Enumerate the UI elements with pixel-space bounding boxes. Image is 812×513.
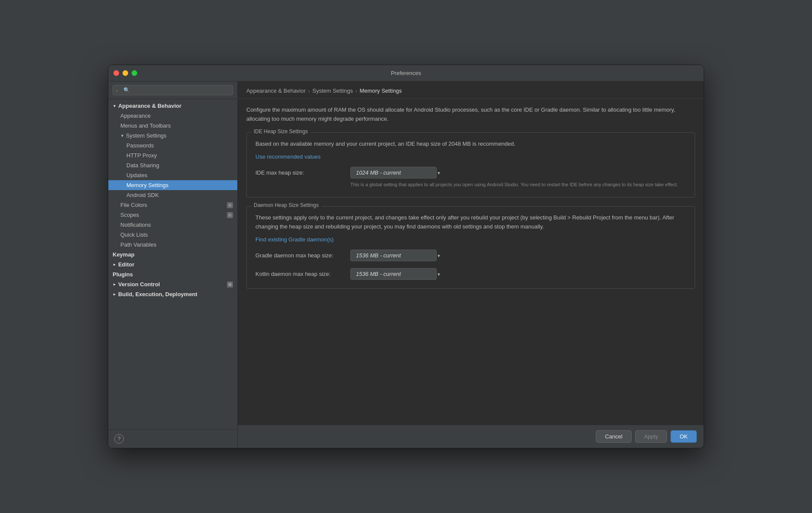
sidebar-item-menus-toolbars[interactable]: Menus and Toolbars (108, 121, 237, 131)
main-content: Appearance & Behavior › System Settings … (238, 81, 704, 448)
sidebar-item-scopes[interactable]: Scopes ⊞ (108, 210, 237, 220)
breadcrumb-memory-settings: Memory Settings (360, 88, 402, 94)
ide-heap-hint: This is a global setting that applies to… (350, 181, 686, 188)
sidebar-item-http-proxy[interactable]: HTTP Proxy (108, 150, 237, 160)
ide-heap-label: IDE max heap size: (255, 169, 342, 176)
search-box: ⌕ (108, 81, 237, 99)
sidebar-item-label: HTTP Proxy (126, 152, 157, 159)
sidebar-item-passwords[interactable]: Passwords (108, 141, 237, 150)
sidebar-item-label: Build, Execution, Deployment (118, 291, 197, 297)
expand-icon: ▼ (113, 104, 116, 108)
ide-heap-section-title: IDE Heap Size Settings (251, 128, 310, 135)
window-controls (113, 70, 137, 76)
sidebar-nav: ▼ Appearance & Behavior Appearance Menus… (108, 99, 237, 429)
sidebar-item-label: Passwords (126, 142, 154, 149)
breadcrumb-appearance-behavior: Appearance & Behavior (246, 88, 305, 94)
sidebar-item-path-variables[interactable]: Path Variables (108, 240, 237, 250)
gradle-heap-select[interactable]: 512 MB 750 MB 1024 MB 1536 MB - current … (350, 250, 437, 261)
expand-icon: ▼ (120, 134, 124, 138)
daemon-description: These settings apply only to the current… (255, 213, 686, 231)
sidebar-item-updates[interactable]: Updates (108, 170, 237, 180)
sidebar-item-label: System Settings (126, 132, 167, 139)
sidebar-item-build-execution[interactable]: ▼ Build, Execution, Deployment (108, 289, 237, 299)
sidebar-item-label: Data Sharing (126, 162, 159, 169)
preferences-window: Preferences ⌕ ▼ Appearance & Behavior Ap… (108, 65, 704, 448)
sidebar-item-label: Plugins (113, 271, 133, 278)
search-icon: ⌕ (116, 88, 119, 93)
sidebar-item-data-sharing[interactable]: Data Sharing (108, 160, 237, 170)
close-button[interactable] (113, 70, 119, 76)
sidebar-item-notifications[interactable]: Notifications (108, 220, 237, 230)
gradle-heap-setting-row: Gradle daemon max heap size: 512 MB 750 … (255, 250, 686, 261)
expand-icon: ▼ (112, 263, 116, 266)
breadcrumb: Appearance & Behavior › System Settings … (238, 81, 704, 99)
sidebar: ⌕ ▼ Appearance & Behavior Appearance Men… (108, 81, 238, 448)
gradle-heap-select-wrapper: 512 MB 750 MB 1024 MB 1536 MB - current … (350, 250, 445, 261)
search-wrapper: ⌕ (113, 85, 233, 95)
sidebar-item-label: Quick Lists (120, 231, 148, 238)
sidebar-item-label: Scopes (120, 212, 139, 218)
ide-heap-section: IDE Heap Size Settings Based on the avai… (246, 132, 695, 197)
daemon-heap-section-title: Daemon Heap Size Settings (251, 202, 321, 208)
ok-button[interactable]: OK (670, 430, 697, 443)
sidebar-item-label: Android SDK (126, 192, 159, 198)
sidebar-item-label: Appearance & Behavior (118, 103, 182, 109)
settings-body: Configure the maximum amount of RAM the … (238, 99, 704, 425)
sidebar-item-keymap[interactable]: Keymap (108, 250, 237, 260)
sidebar-item-label: File Colors (120, 202, 147, 208)
sidebar-item-label: Version Control (118, 281, 160, 288)
sidebar-footer: ? (108, 429, 237, 448)
ide-heap-section-inner: Based on the available memory and your c… (247, 133, 695, 197)
ide-heap-setting-row: IDE max heap size: 512 MB 750 MB 1024 MB… (255, 167, 686, 178)
sidebar-item-quick-lists[interactable]: Quick Lists (108, 230, 237, 240)
minimize-button[interactable] (123, 70, 128, 76)
settings-icon: ⊞ (227, 282, 233, 288)
window-title: Preferences (391, 70, 421, 76)
sidebar-item-label: Notifications (120, 222, 151, 228)
sidebar-item-label: Memory Settings (126, 182, 169, 188)
expand-icon: ▼ (112, 282, 116, 286)
sidebar-item-android-sdk[interactable]: Android SDK (108, 190, 237, 200)
kotlin-heap-label: Kotlin daemon max heap size: (255, 271, 342, 277)
sidebar-item-label: Path Variables (120, 241, 157, 248)
breadcrumb-system-settings: System Settings (312, 88, 353, 94)
sidebar-item-label: Menus and Toolbars (120, 122, 171, 129)
breadcrumb-arrow: › (308, 88, 310, 94)
sidebar-item-version-control[interactable]: ▼ Version Control ⊞ (108, 279, 237, 289)
content-area: ⌕ ▼ Appearance & Behavior Appearance Men… (108, 81, 704, 448)
cancel-button[interactable]: Cancel (596, 430, 631, 443)
sidebar-item-editor[interactable]: ▼ Editor (108, 260, 237, 269)
search-input[interactable] (113, 85, 233, 95)
daemon-heap-section-inner: These settings apply only to the current… (247, 206, 695, 289)
help-button[interactable]: ? (114, 434, 124, 444)
settings-icon: ⊞ (227, 202, 233, 208)
gradle-heap-label: Gradle daemon max heap size: (255, 252, 342, 259)
footer: Cancel Apply OK (238, 425, 704, 448)
sidebar-item-appearance[interactable]: Appearance (108, 111, 237, 121)
ide-heap-select-wrapper: 512 MB 750 MB 1024 MB - current 2048 MB … (350, 167, 445, 178)
sidebar-item-label: Appearance (120, 113, 151, 119)
sidebar-item-memory-settings[interactable]: Memory Settings (108, 180, 237, 190)
apply-button[interactable]: Apply (635, 430, 667, 443)
use-recommended-link[interactable]: Use recommended values (255, 153, 321, 160)
expand-icon: ▼ (112, 292, 116, 296)
sidebar-item-label: Keymap (113, 251, 135, 258)
find-gradle-daemon-link[interactable]: Find existing Gradle daemon(s) (255, 236, 334, 243)
daemon-heap-section: Daemon Heap Size Settings These settings… (246, 206, 695, 289)
sidebar-item-system-settings[interactable]: ▼ System Settings (108, 131, 237, 141)
titlebar: Preferences (108, 65, 704, 81)
page-description: Configure the maximum amount of RAM the … (246, 106, 695, 124)
maximize-button[interactable] (132, 70, 137, 76)
sidebar-item-plugins[interactable]: Plugins (108, 269, 237, 279)
ide-recommendation-text: Based on the available memory and your c… (255, 140, 686, 149)
sidebar-item-file-colors[interactable]: File Colors ⊞ (108, 200, 237, 210)
breadcrumb-arrow: › (356, 88, 357, 94)
kotlin-heap-setting-row: Kotlin daemon max heap size: 512 MB 750 … (255, 268, 686, 280)
sidebar-item-label: Updates (126, 172, 147, 178)
settings-icon: ⊞ (227, 212, 233, 218)
kotlin-heap-select-wrapper: 512 MB 750 MB 1024 MB 1536 MB - current … (350, 268, 445, 280)
sidebar-item-appearance-behavior[interactable]: ▼ Appearance & Behavior (108, 101, 237, 111)
kotlin-heap-select[interactable]: 512 MB 750 MB 1024 MB 1536 MB - current … (350, 268, 437, 280)
ide-heap-select[interactable]: 512 MB 750 MB 1024 MB - current 2048 MB … (350, 167, 437, 178)
sidebar-item-label: Editor (118, 261, 135, 268)
